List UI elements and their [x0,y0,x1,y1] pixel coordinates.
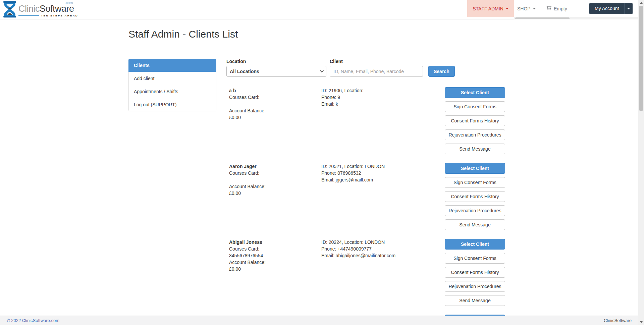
client-id-location: ID: 21906, Location: [321,87,445,94]
client-row: Aaron Jager Courses Card: Account Balanc… [226,163,509,233]
hourglass-logo-icon [3,1,17,19]
logo-tagline: TEN STEPS AHEAD [18,14,78,17]
account-balance-label: Account Balance: [229,259,321,266]
nav-cart[interactable]: Empty [546,0,567,17]
client-name: a b [229,87,321,94]
client-contact-column: ID: 21906, Location: Phone: 9 Email: k [321,87,445,158]
courses-card-value [229,101,321,107]
client-list: a b Courses Card: Account Balance: £0.00… [226,87,509,325]
client-id-location: ID: 20521, Location: LONDON [321,163,445,170]
select-client-button[interactable]: Select Client [445,87,505,98]
nav-staff-admin[interactable]: STAFF ADMIN [467,0,514,17]
tagline-rule [18,15,39,16]
header: .com ClinicSoftware TEN STEPS AHEAD STAF… [0,0,644,19]
rejuvenation-procedures-button[interactable]: Rejuvenation Procedures [445,205,505,216]
my-account-button[interactable]: My Account [589,3,624,14]
my-account-split-button: My Account [589,3,633,14]
main-panel: Location All Locations Client Search a b [226,59,509,325]
location-select[interactable]: All Locations [226,66,326,77]
chevron-down-icon [506,8,508,9]
consent-forms-history-button[interactable]: Consent Forms History [445,191,505,202]
triangle-down-icon [640,321,643,323]
courses-card-label: Courses Card: [229,94,321,101]
vertical-scrollbar-thumb[interactable] [639,6,643,111]
location-select-wrap: All Locations [226,66,326,77]
footer-copyright-link[interactable]: © 2022 ClinicSoftware.com [7,318,59,323]
client-phone: Phone: +447490009777 [321,246,445,252]
location-label: Location [226,59,326,64]
content-row: Clients Add client Appointments / Shifts… [128,59,509,325]
rejuvenation-procedures-button[interactable]: Rejuvenation Procedures [445,129,505,140]
account-balance-label: Account Balance: [229,183,321,190]
select-client-button[interactable]: Select Client [445,239,505,250]
logo-name: ClinicSoftware [18,4,78,13]
client-info-column: Aaron Jager Courses Card: Account Balanc… [226,163,321,233]
client-row: Abigail Joness Courses Card: 34556789765… [226,239,509,309]
sidebar-item-log-out[interactable]: Log out (SUPPORT) [128,98,216,111]
client-info-column: a b Courses Card: Account Balance: £0.00 [226,87,321,158]
logo-name-clinic: Clinic [18,4,40,14]
logo-name-software: Software [40,4,74,14]
client-actions-column: Select Client Sign Consent Forms Consent… [445,239,505,309]
triangle-up-icon [640,2,643,4]
page-title: Staff Admin - Clients List [128,29,509,48]
client-search-input[interactable] [330,66,423,77]
my-account-dropdown-toggle[interactable] [624,3,633,14]
consent-forms-history-button[interactable]: Consent Forms History [445,267,505,278]
footer-brand-text: ClinicSoftware [604,318,632,323]
client-phone: Phone: 9 [321,94,445,101]
consent-forms-history-button[interactable]: Consent Forms History [445,115,505,126]
filters-bar: Location All Locations Client Search [226,59,509,77]
client-contact-column: ID: 20521, Location: LONDON Phone: 07698… [321,163,445,233]
send-message-button[interactable]: Send Message [445,295,505,306]
nav-shop-label: SHOP [517,6,531,11]
client-row: a b Courses Card: Account Balance: £0.00… [226,87,509,158]
location-filter-group: Location All Locations [226,59,326,77]
sign-consent-forms-button[interactable]: Sign Consent Forms [445,253,505,264]
vertical-scrollbar[interactable] [638,0,644,325]
nav-horizontal-scrollbar[interactable] [514,17,638,19]
sidebar: Clients Add client Appointments / Shifts… [128,59,216,111]
sign-consent-forms-button[interactable]: Sign Consent Forms [445,177,505,188]
footer: © 2022 ClinicSoftware.com ClinicSoftware [0,316,638,325]
client-email: Email: abigailjones@mailinator.com [321,252,445,259]
cart-status-label: Empty [554,6,567,11]
client-filter-group: Client [330,59,423,77]
logo-text: .com ClinicSoftware TEN STEPS AHEAD [18,1,78,17]
send-message-button[interactable]: Send Message [445,219,505,230]
logo[interactable]: .com ClinicSoftware TEN STEPS AHEAD [3,1,78,19]
nav-shop[interactable]: SHOP [517,0,536,17]
tagline-text: TEN STEPS AHEAD [41,14,78,17]
sidebar-item-add-client[interactable]: Add client [128,72,216,85]
select-client-button[interactable]: Select Client [445,163,505,174]
client-actions-column: Select Client Sign Consent Forms Consent… [445,163,505,233]
cart-icon [546,5,554,12]
courses-card-value: 3455678976554 [229,252,321,259]
courses-card-label: Courses Card: [229,170,321,176]
client-email: Email: k [321,101,445,107]
client-email: Email: jggers@maill.com [321,176,445,183]
search-button[interactable]: Search [428,66,455,77]
page-container: Staff Admin - Clients List Clients Add c… [128,0,509,325]
send-message-button[interactable]: Send Message [445,144,505,154]
sidebar-item-clients[interactable]: Clients [128,59,216,72]
client-info-column: Abigail Joness Courses Card: 34556789765… [226,239,321,309]
scrollbar-up-arrow[interactable] [638,0,644,6]
account-balance-value: £0.00 [229,266,321,272]
account-balance-value: £0.00 [229,114,321,121]
rejuvenation-procedures-button[interactable]: Rejuvenation Procedures [445,281,505,292]
scrollbar-down-arrow[interactable] [638,319,644,325]
courses-card-value [229,176,321,183]
client-actions-column: Select Client Sign Consent Forms Consent… [445,87,505,158]
client-label: Client [330,59,423,64]
nav-staff-admin-label: STAFF ADMIN [473,6,503,11]
nav-horizontal-scrollbar-thumb[interactable] [515,17,570,19]
courses-card-label: Courses Card: [229,246,321,252]
client-name: Aaron Jager [229,163,321,170]
sidebar-item-appointments-shifts[interactable]: Appointments / Shifts [128,85,216,98]
account-balance-label: Account Balance: [229,107,321,114]
client-id-location: ID: 20224, Location: LONDON [321,239,445,246]
chevron-down-icon [627,8,630,9]
sign-consent-forms-button[interactable]: Sign Consent Forms [445,101,505,112]
client-phone: Phone: 076986532 [321,170,445,176]
